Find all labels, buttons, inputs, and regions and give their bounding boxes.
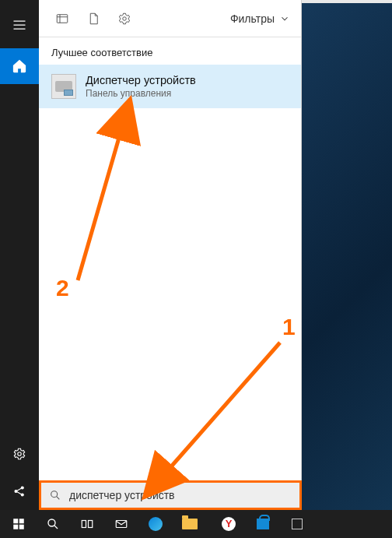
svg-point-6	[51, 491, 58, 498]
svg-rect-10	[19, 525, 24, 529]
settings-scope-icon[interactable]	[109, 3, 140, 34]
svg-rect-4	[57, 14, 68, 23]
best-match-result[interactable]: Диспетчер устройств Панель управления	[39, 65, 301, 108]
svg-point-1	[15, 491, 17, 493]
svg-rect-13	[89, 521, 93, 528]
svg-rect-14	[116, 521, 127, 528]
panel-body	[39, 108, 301, 510]
documents-scope-icon[interactable]	[78, 3, 109, 34]
svg-point-2	[21, 487, 23, 489]
device-manager-icon	[51, 74, 76, 99]
filters-label: Фильтры	[230, 12, 275, 25]
best-match-heading: Лучшее соответствие	[39, 37, 301, 65]
svg-point-0	[18, 452, 22, 456]
task-view-icon[interactable]	[70, 510, 104, 538]
edge-browser-icon[interactable]	[138, 510, 173, 538]
svg-rect-9	[13, 525, 18, 529]
share-icon[interactable]	[0, 473, 39, 510]
mail-icon[interactable]	[104, 510, 138, 538]
start-button[interactable]	[2, 510, 36, 538]
search-input[interactable]	[69, 489, 292, 501]
svg-point-11	[48, 519, 55, 526]
search-box[interactable]	[39, 480, 302, 510]
result-title: Диспетчер устройств	[86, 74, 196, 86]
yandex-icon[interactable]: Y	[212, 510, 246, 538]
svg-rect-8	[19, 519, 24, 523]
search-icon	[49, 489, 61, 501]
start-left-rail	[0, 0, 39, 510]
svg-rect-12	[82, 521, 86, 528]
home-icon[interactable]	[0, 48, 39, 84]
file-explorer-icon[interactable]	[173, 510, 207, 538]
chevron-down-icon	[279, 13, 290, 24]
search-results-panel: Фильтры Лучшее соответствие Диспетчер ус…	[39, 0, 302, 510]
tray-app-icon[interactable]	[280, 510, 314, 538]
hamburger-icon[interactable]	[0, 6, 39, 44]
svg-point-3	[21, 494, 23, 496]
result-subtitle: Панель управления	[86, 88, 196, 99]
store-icon[interactable]	[246, 510, 280, 538]
panel-toolbar: Фильтры	[39, 0, 301, 37]
taskbar: Y	[0, 510, 392, 538]
svg-point-5	[123, 16, 127, 20]
filters-dropdown[interactable]: Фильтры	[230, 12, 293, 25]
settings-icon[interactable]	[0, 435, 39, 473]
svg-rect-7	[13, 519, 18, 523]
apps-scope-icon[interactable]	[47, 3, 78, 34]
taskbar-search-icon[interactable]	[36, 510, 70, 538]
